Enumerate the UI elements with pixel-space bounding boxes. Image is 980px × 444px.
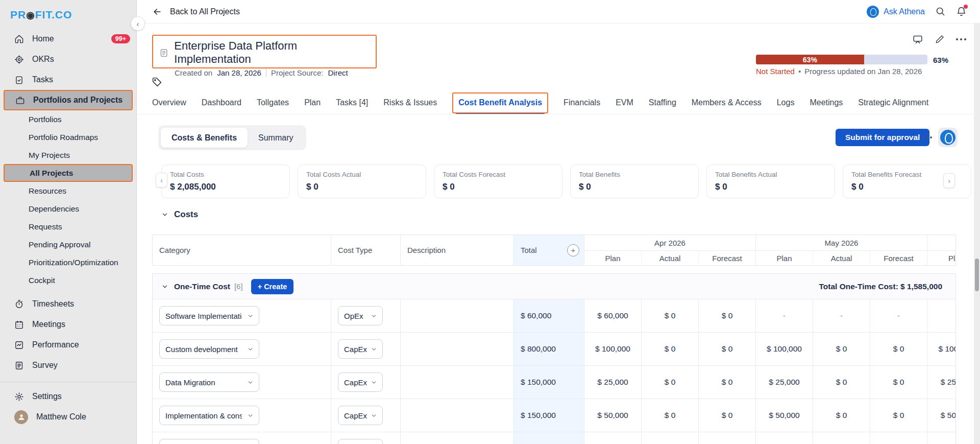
tab[interactable]: Dashboard — [202, 91, 241, 114]
sidebar-item-settings[interactable]: Settings — [0, 386, 136, 407]
tab[interactable]: Meetings — [810, 91, 843, 114]
tab[interactable]: Cost Benefit Analysis — [458, 91, 542, 114]
month-actual-cell[interactable]: $ 0 — [642, 366, 699, 399]
search-icon[interactable] — [935, 6, 946, 17]
sidebar-item-dependencies[interactable]: Dependencies — [0, 200, 136, 218]
sidebar-item-timesheets[interactable]: Timesheets — [0, 294, 136, 314]
month-plan-cell[interactable]: $ 60,000 — [584, 299, 642, 332]
sidebar-item-survey[interactable]: Survey — [0, 355, 136, 376]
toggle-summary[interactable]: Summary — [248, 128, 304, 148]
back-to-all-projects-link[interactable]: Back to All Projects — [152, 7, 240, 17]
submit-for-approval-button[interactable]: Submit for approval — [836, 129, 929, 146]
month-forecast-cell[interactable]: $ 0 — [870, 333, 927, 365]
tab[interactable]: Risks & Issues — [383, 91, 437, 114]
month-forecast-cell[interactable]: $ 0 — [699, 399, 756, 432]
category-select[interactable]: Custom development — [159, 339, 259, 359]
toolbar-more-options-icon[interactable] — [922, 136, 932, 138]
sidebar-item-okrs[interactable]: OKRs — [0, 49, 136, 69]
sidebar-item-my-projects[interactable]: My Projects — [0, 146, 136, 164]
toggle-costs-and-benefits[interactable]: Costs & Benefits — [161, 128, 248, 148]
sidebar-item-cockpit[interactable]: Cockpit — [0, 271, 136, 289]
tab[interactable]: Logs — [777, 91, 795, 114]
ask-athena-button[interactable]: Ask Athena — [867, 6, 925, 18]
month-actual-cell[interactable]: $ 0 — [813, 333, 870, 365]
description-cell[interactable] — [401, 399, 514, 432]
month-actual-cell[interactable]: $ 0 — [813, 399, 870, 432]
tab[interactable]: Financials — [564, 91, 600, 114]
tab-label: Staffing — [649, 98, 676, 107]
tab[interactable]: Strategic Alignment — [858, 91, 928, 114]
home-icon — [14, 34, 24, 44]
sidebar-item-pending-approval[interactable]: Pending Approval — [0, 236, 136, 253]
document-icon — [159, 48, 168, 58]
description-cell[interactable] — [401, 366, 514, 399]
sidebar-user[interactable]: Matthew Cole — [0, 407, 136, 427]
cards-scroll-left-button[interactable]: ‹ — [156, 173, 167, 188]
sidebar-item-portfolio-roadmaps[interactable]: Portfolio Roadmaps — [0, 128, 136, 146]
sidebar-collapse-button[interactable]: ‹ — [131, 16, 145, 31]
edit-pencil-icon[interactable] — [935, 34, 945, 44]
athena-assistant-button[interactable] — [938, 128, 958, 147]
sidebar-item-meetings[interactable]: Meetings — [0, 314, 136, 335]
month-plan-cell[interactable]: - — [756, 299, 813, 332]
tab[interactable]: Members & Access — [692, 91, 762, 114]
chevron-down-icon[interactable] — [161, 283, 168, 290]
tab[interactable]: Staffing — [649, 91, 676, 114]
month-plan-cell[interactable]: $ 50,000 — [756, 399, 813, 432]
more-options-icon[interactable] — [956, 38, 966, 40]
month-plan-cell[interactable]: $ 25,000 — [584, 366, 642, 399]
cost-type-select[interactable]: CapEx — [338, 339, 383, 359]
month-forecast-cell[interactable]: $ 0 — [870, 366, 927, 399]
month-plan-cell[interactable]: $ 100,000 — [584, 333, 642, 365]
month-forecast-cell[interactable]: $ 0 — [699, 299, 756, 332]
sidebar-item-tasks[interactable]: Tasks — [0, 69, 136, 90]
cost-type-select[interactable] — [338, 439, 383, 444]
presentation-icon[interactable] — [912, 34, 923, 45]
month-forecast-cell[interactable]: $ 0 — [699, 366, 756, 399]
tab[interactable]: Tasks [4] — [336, 91, 368, 114]
category-select[interactable]: Software Implementation — [159, 306, 259, 325]
sidebar-item-all-projects[interactable]: All Projects — [4, 164, 133, 182]
month-actual-cell[interactable]: $ 0 — [642, 399, 699, 432]
notifications-bell-button[interactable] — [956, 6, 967, 17]
sidebar-item-requests[interactable]: Requests — [0, 218, 136, 236]
cost-type-select[interactable]: CapEx — [338, 372, 383, 392]
tasks-icon — [14, 75, 24, 85]
create-cost-button[interactable]: + Create — [251, 279, 294, 294]
sidebar-item-prioritization-optimization[interactable]: Prioritization/Optimization — [0, 253, 136, 271]
sidebar-item-portfolios[interactable]: Portfolios — [0, 110, 136, 128]
scrollbar-thumb[interactable] — [975, 259, 979, 291]
category-select[interactable]: Implementation & cons... — [159, 406, 259, 425]
sidebar-item-resources[interactable]: Resources — [0, 182, 136, 200]
tab[interactable]: Plan — [304, 91, 321, 114]
month-actual-cell[interactable]: $ 0 — [813, 366, 870, 399]
sidebar-item-portfolios-and-projects[interactable]: Portfolios and Projects — [4, 90, 133, 110]
month-plan-cell[interactable]: $ 50,000 — [584, 399, 642, 432]
costs-section-header[interactable]: Costs — [161, 209, 198, 220]
sidebar-item-home[interactable]: Home 99+ — [0, 29, 136, 49]
add-column-icon[interactable]: + — [567, 244, 579, 256]
tags-button[interactable] — [152, 77, 162, 87]
category-select[interactable] — [159, 439, 259, 444]
month-forecast-cell[interactable]: $ 0 — [870, 399, 927, 432]
cards-scroll-right-button[interactable]: › — [943, 173, 955, 188]
month-plan-cell[interactable]: $ 100,000 — [756, 333, 813, 365]
sidebar-item-performance[interactable]: Performance — [0, 335, 136, 355]
tab[interactable]: Overview — [152, 91, 186, 114]
chevron-down-icon — [247, 379, 254, 386]
month-actual-cell[interactable]: $ 0 — [642, 333, 699, 365]
description-cell[interactable] — [401, 333, 514, 365]
tab[interactable]: EVM — [616, 91, 633, 114]
month-actual-cell[interactable]: - — [813, 299, 870, 332]
cost-type-select[interactable]: CapEx — [338, 406, 383, 425]
category-select[interactable]: Data Migration — [159, 372, 259, 392]
description-cell[interactable] — [401, 432, 514, 444]
vertical-scrollbar[interactable] — [974, 24, 980, 444]
month-plan-cell[interactable]: $ 25,000 — [756, 366, 813, 399]
month-actual-cell[interactable]: $ 0 — [642, 299, 699, 332]
cost-type-select[interactable]: OpEx — [338, 306, 383, 325]
month-forecast-cell[interactable]: - — [870, 299, 927, 332]
month-forecast-cell[interactable]: $ 0 — [699, 333, 756, 365]
tab[interactable]: Tollgates — [257, 91, 289, 114]
description-cell[interactable] — [401, 299, 514, 332]
